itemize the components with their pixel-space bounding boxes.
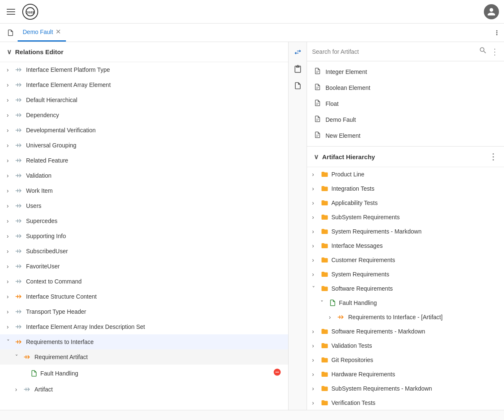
- expand-btn-dependency[interactable]: ›: [7, 112, 13, 118]
- tree-item-software-requirements[interactable]: ˅Software Requirements: [307, 281, 504, 296]
- hierarchy-chevron[interactable]: ∨: [314, 153, 319, 161]
- expand-btn-work-item[interactable]: ›: [7, 187, 13, 194]
- expand-btn-default-hierarchical[interactable]: ›: [7, 97, 13, 103]
- clipboard-icon[interactable]: [291, 62, 304, 76]
- tree-expand-fault-handling-tree[interactable]: ˅: [320, 299, 329, 306]
- artifact-item-boolean-element[interactable]: Boolean Element: [307, 80, 504, 96]
- relation-item-transport-type-header[interactable]: › Transport Type Header: [0, 304, 288, 319]
- relation-item-interface-element-array-element[interactable]: › Interface Element Array Element: [0, 77, 288, 92]
- relation-item-fault-handling[interactable]: Fault Handling: [0, 365, 288, 382]
- tree-expand-validation-tests[interactable]: ›: [312, 342, 320, 349]
- relation-item-requirements-to-interface[interactable]: ˅ Requirements to Interface: [0, 334, 288, 349]
- relation-item-users[interactable]: › Users: [0, 198, 288, 213]
- expand-btn-interface-element-platform-type[interactable]: ›: [7, 66, 13, 73]
- relation-item-subscribed-user[interactable]: › SubscribedUser: [0, 244, 288, 259]
- expand-btn-interface-structure-content[interactable]: ›: [7, 293, 13, 300]
- artifact-item-demo-fault[interactable]: Demo Fault: [307, 112, 504, 128]
- expand-btn-related-feature[interactable]: ›: [7, 157, 13, 164]
- relation-item-related-feature[interactable]: › Related Feature: [0, 153, 288, 168]
- tree-item-software-requirements-markdown[interactable]: ›Software Requirements - Markdown: [307, 324, 504, 339]
- tree-expand-system-requirements-markdown[interactable]: ›: [312, 228, 320, 235]
- tab-demo-fault[interactable]: Demo Fault ✕: [18, 24, 66, 42]
- expand-btn-interface-element-array-element[interactable]: ›: [7, 81, 13, 88]
- hierarchy-more-icon[interactable]: ⋮: [489, 152, 497, 162]
- tree-item-integration-tests[interactable]: ›Integration Tests: [307, 181, 504, 196]
- tree-item-fault-handling-tree[interactable]: ˅Fault Handling: [307, 296, 504, 310]
- tabs-more-icon[interactable]: [493, 29, 501, 37]
- tab-close-icon[interactable]: ✕: [55, 29, 61, 35]
- expand-btn-supporting-info[interactable]: ›: [7, 233, 13, 239]
- expand-btn-validation[interactable]: ›: [7, 172, 13, 179]
- expand-btn-supercedes[interactable]: ›: [7, 218, 13, 224]
- expand-btn-requirement-artifact[interactable]: ˅: [15, 354, 22, 360]
- artifact-item-float[interactable]: Float: [307, 96, 504, 112]
- tree-item-applicability-tests[interactable]: ›Applicability Tests: [307, 196, 504, 210]
- expand-btn-artifact[interactable]: ›: [15, 386, 22, 393]
- tree-expand-software-requirements-markdown[interactable]: ›: [312, 328, 320, 335]
- tree-item-subsystem-requirements[interactable]: ›SubSystem Requirements: [307, 210, 504, 224]
- relation-item-validation[interactable]: › Validation: [0, 168, 288, 183]
- tree-expand-integration-tests[interactable]: ›: [312, 185, 320, 192]
- relation-item-favorite-user[interactable]: › FavoriteUser: [0, 259, 288, 274]
- tree-item-requirements-to-interface-artifact[interactable]: › Requirements to Interface - [Artifact]: [307, 310, 504, 324]
- tree-expand-applicability-tests[interactable]: ›: [312, 200, 320, 206]
- relation-item-default-hierarchical[interactable]: › Default Hierarchical: [0, 92, 288, 108]
- tree-item-system-requirements-markdown[interactable]: ›System Requirements - Markdown: [307, 224, 504, 239]
- expand-btn-requirements-to-interface[interactable]: ˅: [7, 339, 13, 345]
- relation-item-universal-grouping[interactable]: › Universal Grouping: [0, 138, 288, 153]
- artifact-item-new-element[interactable]: New Element: [307, 128, 504, 144]
- tree-expand-verification-tests[interactable]: ›: [312, 399, 320, 406]
- expand-arrows-icon[interactable]: [291, 45, 304, 59]
- relation-item-supporting-info[interactable]: › Supporting Info: [0, 228, 288, 244]
- tree-expand-subsystem-requirements-markdown[interactable]: ›: [312, 385, 320, 392]
- relation-item-requirement-artifact[interactable]: ˅ Requirement Artifact: [0, 349, 288, 365]
- tree-expand-software-requirements[interactable]: ˅: [312, 285, 320, 292]
- relation-item-artifact[interactable]: › Artifact: [0, 382, 288, 397]
- expand-btn-interface-element-array-index-desc[interactable]: ›: [7, 323, 13, 330]
- relation-item-dependency[interactable]: › Dependency: [0, 108, 288, 123]
- relation-item-developmental-verification[interactable]: › Developmental Verification: [0, 123, 288, 138]
- tree-item-interface-messages[interactable]: ›Interface Messages: [307, 239, 504, 253]
- tree-expand-customer-requirements[interactable]: ›: [312, 257, 320, 263]
- search-icon[interactable]: [479, 46, 487, 57]
- remove-btn-fault-handling[interactable]: [273, 368, 281, 378]
- tree-expand-subsystem-requirements[interactable]: ›: [312, 214, 320, 220]
- tree-expand-git-repositories[interactable]: ›: [312, 357, 320, 363]
- expand-btn-users[interactable]: ›: [7, 202, 13, 209]
- relation-arrow-icon-favorite-user: [15, 263, 24, 269]
- expand-btn-context-to-command[interactable]: ›: [7, 278, 13, 285]
- tree-expand-system-requirements[interactable]: ›: [312, 271, 320, 278]
- hamburger-menu-icon[interactable]: [5, 7, 17, 16]
- relation-arrow-icon-interface-element-array-index-desc: [15, 324, 24, 330]
- relation-item-context-to-command[interactable]: › Context to Command: [0, 274, 288, 289]
- artifact-item-integer-element[interactable]: Integer Element: [307, 64, 504, 80]
- relation-item-interface-element-platform-type[interactable]: › Interface Element Platform Type: [0, 62, 288, 77]
- expand-btn-transport-type-header[interactable]: ›: [7, 308, 13, 315]
- relation-item-supercedes[interactable]: › Supercedes: [0, 213, 288, 228]
- user-avatar[interactable]: [484, 4, 499, 19]
- relation-item-interface-element-array-index-desc[interactable]: › Interface Element Array Index Descript…: [0, 319, 288, 334]
- tree-expand-product-line[interactable]: ›: [312, 171, 320, 178]
- expand-btn-universal-grouping[interactable]: ›: [7, 142, 13, 149]
- tree-item-system-requirements[interactable]: ›System Requirements: [307, 267, 504, 281]
- tree-expand-requirements-to-interface-artifact[interactable]: ›: [329, 314, 337, 320]
- relation-item-work-item[interactable]: › Work Item: [0, 183, 288, 198]
- tree-expand-interface-messages[interactable]: ›: [312, 242, 320, 249]
- search-input[interactable]: [312, 48, 475, 55]
- search-more-icon[interactable]: ⋮: [491, 47, 499, 57]
- tree-item-validation-tests[interactable]: ›Validation Tests: [307, 339, 504, 353]
- tree-expand-hardware-requirements[interactable]: ›: [312, 371, 320, 378]
- tree-item-hardware-requirements[interactable]: ›Hardware Requirements: [307, 367, 504, 381]
- tree-item-verification-tests[interactable]: ›Verification Tests: [307, 396, 504, 410]
- tree-item-git-repositories[interactable]: ›Git Repositories: [307, 353, 504, 367]
- expand-btn-developmental-verification[interactable]: ›: [7, 127, 13, 134]
- expand-btn-favorite-user[interactable]: ›: [7, 263, 13, 270]
- document-panel-icon[interactable]: [291, 79, 304, 92]
- tree-item-customer-requirements[interactable]: ›Customer Requirements: [307, 253, 504, 267]
- relations-editor-header[interactable]: ∨ Relations Editor: [0, 42, 288, 62]
- expand-btn-subscribed-user[interactable]: ›: [7, 248, 13, 255]
- tree-label-product-line: Product Line: [331, 171, 365, 178]
- tree-item-subsystem-requirements-markdown[interactable]: ›SubSystem Requirements - Markdown: [307, 381, 504, 396]
- tree-item-product-line[interactable]: ›Product Line: [307, 167, 504, 181]
- relation-item-interface-structure-content[interactable]: › Interface Structure Content: [0, 289, 288, 304]
